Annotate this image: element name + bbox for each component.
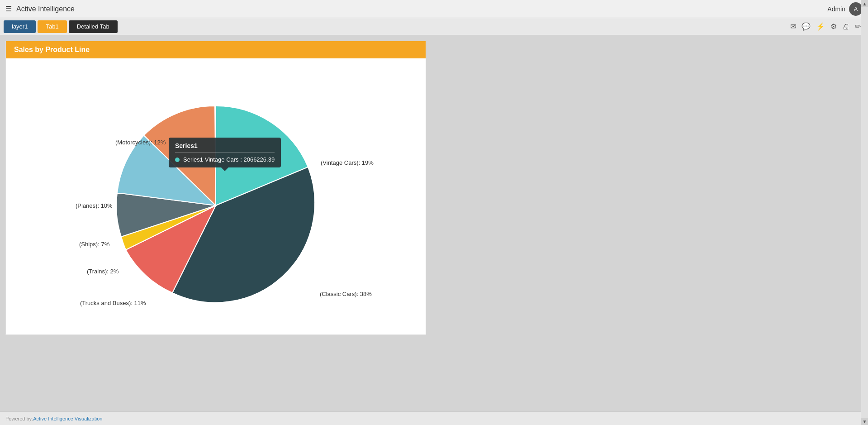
header-left: ☰ Active Intelligence (5, 5, 75, 13)
label-trains: (Trains): 2% (87, 268, 119, 275)
app-title: Active Intelligence (16, 5, 75, 13)
label-classic-cars: (Classic Cars): 38% (320, 291, 372, 297)
tab-bar: layer1 Tab1 Detailed Tab ✉ 💬 ⚡ ⚙ 🖨 ✏ (0, 18, 868, 35)
tab-bar-toolbar: ✉ 💬 ⚡ ⚙ 🖨 ✏ (790, 22, 864, 31)
tab-detailed[interactable]: Detailed Tab (69, 20, 118, 33)
scroll-rail: ▲ ▼ (861, 0, 868, 425)
chart-header: Sales by Product Line (6, 41, 426, 58)
user-name: Admin (827, 5, 845, 13)
tab-tab1[interactable]: Tab1 (38, 20, 66, 33)
print-icon[interactable]: 🖨 (842, 23, 849, 31)
pie-wrapper: (Vintage Cars): 19% (Classic Cars): 38% … (15, 67, 417, 325)
settings-icon[interactable]: ⚙ (830, 22, 837, 31)
label-vintage-cars: (Vintage Cars): 19% (321, 159, 374, 166)
comment-icon[interactable]: 💬 (802, 22, 811, 31)
label-ships: (Ships): 7% (79, 241, 110, 248)
header: ☰ Active Intelligence Admin A (0, 0, 868, 18)
scroll-up-button[interactable]: ▲ (861, 0, 868, 7)
label-trucks-buses: (Trucks and Buses): 11% (80, 300, 146, 306)
tab-layer1[interactable]: layer1 (4, 20, 36, 33)
edit-icon[interactable]: ✏ (855, 22, 861, 31)
label-planes: (Planes): 10% (76, 202, 113, 209)
label-motorcycles: (Motorcycles): 12% (115, 139, 166, 146)
pie-chart-svg: (Vintage Cars): 19% (Classic Cars): 38% … (57, 70, 374, 323)
user-section: Admin A (827, 2, 863, 16)
header-right: Admin A (827, 2, 863, 16)
chart-container: Sales by Product Line (5, 41, 426, 335)
footer: Powered by: Active Intelligence Visualiz… (0, 411, 868, 425)
hamburger-icon[interactable]: ☰ (5, 5, 12, 13)
chart-title: Sales by Product Line (14, 46, 90, 53)
footer-powered-by: Powered by: (5, 416, 33, 421)
chart-body: (Vintage Cars): 19% (Classic Cars): 38% … (6, 58, 426, 334)
main-content: Sales by Product Line (0, 35, 868, 411)
filter-icon[interactable]: ⚡ (816, 22, 825, 31)
mail-icon[interactable]: ✉ (790, 22, 796, 31)
footer-brand: Active Intelligence Visualization (33, 416, 102, 421)
scroll-down-button[interactable]: ▼ (861, 418, 868, 425)
